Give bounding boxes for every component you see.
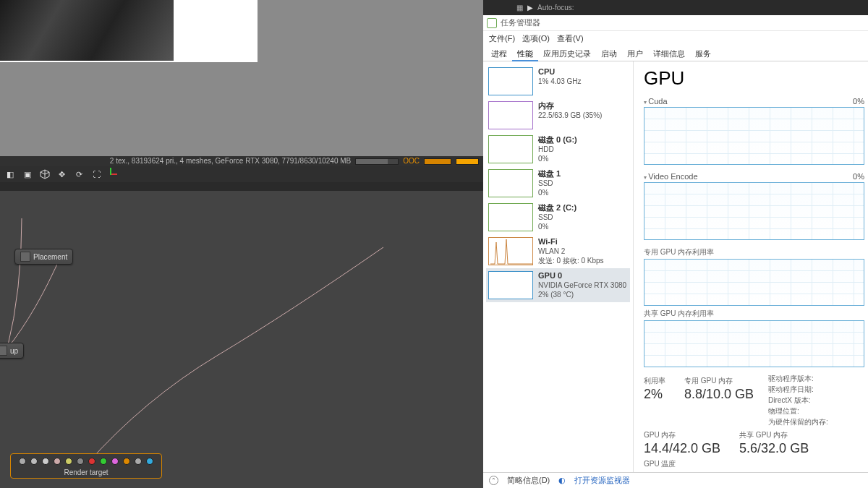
play-icon[interactable]: ▶ (527, 4, 533, 12)
tm-sidebar: CPU1% 4.03 GHz 内存22.5/63.9 GB (35%) 磁盘 0… (483, 61, 634, 472)
tm-app-icon (487, 18, 497, 28)
resmon-icon: ◐ (558, 476, 566, 485)
sidebar-item-disk0[interactable]: 磁盘 0 (G:)HDD0% (486, 132, 630, 166)
cube-icon[interactable] (39, 169, 50, 180)
grid-icon[interactable]: ▦ (516, 4, 523, 12)
move-icon[interactable]: ✥ (56, 169, 67, 180)
tab-users[interactable]: 用户 (622, 46, 648, 61)
expand-icon[interactable]: ⛶ (91, 169, 102, 180)
chart-shmem[interactable] (644, 320, 864, 367)
auto-focus-label: Auto-focus: (537, 4, 574, 12)
vram-bar-2 (456, 158, 479, 165)
app-topbar: ▦ ▶ Auto-focus: (483, 0, 868, 15)
gpu-title: GPU (644, 67, 864, 90)
node-placement[interactable]: Placement (14, 249, 73, 265)
node-group[interactable]: up (0, 343, 24, 359)
tm-window-title: 任务管理器 (483, 15, 868, 31)
tab-services[interactable]: 服务 (690, 46, 716, 61)
chart-cuda[interactable]: Cuda0% (644, 97, 864, 165)
sidebar-item-gpu0[interactable]: GPU 0NVIDIA GeForce RTX 30802% (38 °C) (486, 268, 630, 302)
sidebar-item-mem[interactable]: 内存22.5/63.9 GB (35%) (486, 98, 630, 132)
menu-options[interactable]: 选项(O) (519, 33, 553, 44)
tm-footer: ⌃ 简略信息(D) ◐ 打开资源监视器 (483, 472, 868, 488)
node-render-target[interactable]: Render target (10, 453, 162, 479)
tab-details[interactable]: 详细信息 (648, 46, 690, 61)
render-stats: 2 tex., 83193624 pri., 4 meshes, GeForce… (0, 156, 483, 166)
chevron-up-icon[interactable]: ⌃ (489, 476, 498, 485)
resmon-link[interactable]: 打开资源监视器 (574, 475, 630, 486)
node-editor[interactable]: Placement up Render target (0, 182, 483, 488)
task-manager: ▦ ▶ Auto-focus: 任务管理器 文件(F) 选项(O) 查看(V) … (483, 0, 868, 488)
axis-icon[interactable] (109, 168, 122, 181)
menu-file[interactable]: 文件(F) (486, 33, 518, 44)
tab-proc[interactable]: 进程 (486, 46, 512, 61)
shmem-label: 共享 GPU 内存利用率 (644, 309, 864, 319)
sidebar-item-disk2[interactable]: 磁盘 2 (C:)SSD0% (486, 200, 630, 234)
vram-bar (424, 158, 451, 165)
brief-link[interactable]: 简略信息(D) (507, 475, 550, 486)
rotate-icon[interactable]: ⟳ (74, 169, 85, 180)
tm-menubar: 文件(F) 选项(O) 查看(V) (483, 31, 868, 46)
memory-bar (355, 158, 399, 165)
dedmem-label: 专用 GPU 内存利用率 (644, 247, 864, 257)
tm-main: GPU Cuda0% Video Encode0% 专用 GPU 内存利用率 共… (634, 61, 868, 472)
tab-startup[interactable]: 启动 (596, 46, 622, 61)
viewport-toolbar: ◧ ▣ ✥ ⟳ ⛶ (0, 166, 483, 182)
tm-tabs: 进程 性能 应用历史记录 启动 用户 详细信息 服务 (483, 46, 868, 61)
render-app: 2 tex., 83193624 pri., 4 meshes, GeForce… (0, 0, 483, 488)
sidebar-item-disk1[interactable]: 磁盘 1SSD0% (486, 166, 630, 200)
viewport-thumb (0, 0, 258, 62)
chart-venc[interactable]: Video Encode0% (644, 172, 864, 240)
menu-view[interactable]: 查看(V) (554, 33, 587, 44)
sidebar-item-cpu[interactable]: CPU1% 4.03 GHz (486, 64, 630, 98)
save-icon[interactable]: ▣ (22, 169, 33, 180)
sidebar-item-wifi[interactable]: Wi-FiWLAN 2发送: 0 接收: 0 Kbps (486, 234, 630, 268)
gpu-meta: 驱动程序版本:驱动程序日期:DirectX 版本:物理位置:为硬件保留的内存: (768, 373, 828, 427)
tab-history[interactable]: 应用历史记录 (538, 46, 596, 61)
tab-perf[interactable]: 性能 (512, 46, 538, 61)
chart-dedmem[interactable] (644, 259, 864, 306)
picker-icon[interactable]: ◧ (4, 169, 15, 180)
